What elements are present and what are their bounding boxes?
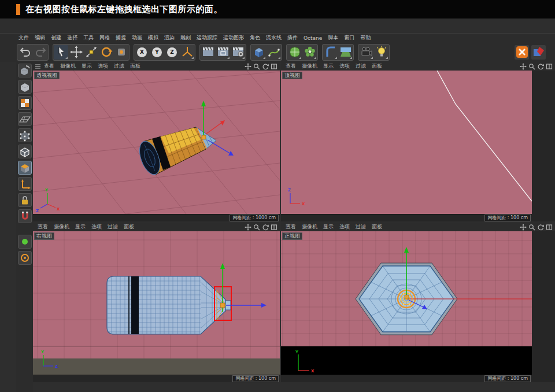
workplane-mode-button[interactable]: [18, 112, 32, 126]
perspective-canvas[interactable]: 透视视图: [33, 71, 280, 221]
menu-item-help[interactable]: 帮助: [357, 34, 373, 42]
undo-button[interactable]: [18, 45, 32, 60]
menu-item-mograph[interactable]: 运动图形: [220, 34, 247, 42]
pan-view-icon[interactable]: [520, 224, 527, 231]
edges-mode-button[interactable]: [18, 145, 32, 158]
menu-item-create[interactable]: 创建: [48, 34, 64, 42]
vp-menu-filter[interactable]: 过滤: [105, 223, 121, 231]
right-canvas[interactable]: 右视图: [33, 231, 280, 382]
front-canvas[interactable]: 正视图: [281, 231, 532, 382]
menu-item-render[interactable]: 渲染: [161, 34, 177, 42]
menu-item-sculpt[interactable]: 雕刻: [177, 34, 194, 42]
octane-button[interactable]: [515, 45, 529, 60]
rotate-view-icon[interactable]: [537, 224, 544, 231]
vp-menu-cameras[interactable]: 摄像机: [57, 62, 79, 70]
vp-menu-panel[interactable]: 面板: [369, 223, 385, 231]
add-subdivision-button[interactable]: [287, 45, 302, 60]
snap-button[interactable]: [18, 209, 32, 223]
vp-menu-filter[interactable]: 过滤: [111, 62, 127, 70]
rotate-tool-button[interactable]: [99, 45, 113, 60]
render-settings-button[interactable]: [231, 45, 245, 60]
top-scene[interactable]: Z X: [281, 71, 532, 214]
zoom-view-icon[interactable]: [528, 224, 535, 231]
menu-item-plugins[interactable]: 插件: [284, 34, 301, 42]
render-view-button[interactable]: [201, 45, 215, 60]
rotate-view-icon[interactable]: [537, 63, 544, 70]
add-light-button[interactable]: [374, 45, 388, 60]
menu-item-script[interactable]: 脚本: [325, 34, 341, 42]
vp-menu-panel[interactable]: 面板: [121, 223, 137, 231]
menu-item-octane[interactable]: Octane: [301, 35, 325, 41]
zoom-view-icon[interactable]: [253, 63, 260, 70]
pan-view-icon[interactable]: [520, 63, 527, 70]
vp-menu-panel[interactable]: 面板: [369, 62, 385, 70]
make-editable-button[interactable]: [18, 64, 32, 77]
render-region-button[interactable]: [216, 45, 230, 60]
lock-z-button[interactable]: Z: [165, 45, 179, 60]
vp-menu-view[interactable]: 查看: [35, 223, 51, 231]
menu-item-simulate[interactable]: 模拟: [145, 34, 161, 42]
menu-item-tools[interactable]: 工具: [80, 34, 97, 42]
menu-item-snap[interactable]: 捕捉: [113, 34, 129, 42]
perspective-scene[interactable]: Y X Z: [33, 71, 280, 214]
vp-menu-display[interactable]: 显示: [72, 223, 88, 231]
rotate-view-icon[interactable]: [262, 63, 269, 70]
add-deformer-button[interactable]: [323, 45, 338, 60]
vp-menu-view[interactable]: 查看: [283, 223, 299, 231]
live-selection-button[interactable]: [54, 45, 68, 60]
solo-settings-button[interactable]: [18, 251, 32, 265]
right-scene[interactable]: Y Z: [33, 231, 280, 375]
viewport-solo-button[interactable]: [18, 235, 32, 249]
vp-menu-display[interactable]: 显示: [79, 62, 95, 70]
last-tool-button[interactable]: [114, 45, 128, 60]
menu-item-select[interactable]: 选择: [64, 34, 80, 42]
vp-menu-panel[interactable]: 面板: [127, 62, 143, 70]
menu-item-edit[interactable]: 编辑: [32, 34, 48, 42]
front-scene[interactable]: Y X: [281, 231, 532, 375]
vp-menu-options[interactable]: 选项: [336, 223, 353, 231]
menu-item-animate[interactable]: 动画: [129, 34, 145, 42]
lock-x-button[interactable]: X: [135, 45, 149, 60]
vp-menu-filter[interactable]: 过滤: [353, 223, 369, 231]
pan-view-icon[interactable]: [245, 63, 251, 70]
zoom-view-icon[interactable]: [528, 63, 535, 70]
vp-menu-cameras[interactable]: 摄像机: [299, 223, 320, 231]
model-mode-button[interactable]: [18, 80, 32, 94]
plugin-button[interactable]: [531, 45, 546, 60]
vp-menu-cameras[interactable]: 摄像机: [51, 223, 72, 231]
zoom-view-icon[interactable]: [253, 224, 260, 231]
vp-menu-display[interactable]: 显示: [320, 223, 336, 231]
toggle-view-icon[interactable]: [546, 63, 553, 70]
scale-tool-button[interactable]: [84, 45, 98, 60]
vp-menu-options[interactable]: 选项: [88, 223, 105, 231]
add-camera-button[interactable]: [359, 45, 373, 60]
add-mograph-button[interactable]: [302, 45, 317, 60]
vp-menu-filter[interactable]: 过滤: [353, 62, 369, 70]
toggle-view-icon[interactable]: [271, 63, 278, 70]
rotate-view-icon[interactable]: [262, 224, 269, 231]
vp-menu-options[interactable]: 选项: [336, 62, 353, 70]
vp-menu-cameras[interactable]: 摄像机: [299, 62, 320, 70]
coordinate-system-button[interactable]: [180, 45, 194, 60]
add-floor-button[interactable]: [338, 45, 353, 60]
pan-view-icon[interactable]: [245, 224, 251, 231]
menu-item-motion-tracker[interactable]: 运动跟踪: [194, 34, 220, 42]
add-cube-button[interactable]: [251, 45, 266, 60]
top-canvas[interactable]: 顶视图 Z X 网格间距 : 100 cm: [281, 71, 532, 221]
menu-item-pipeline[interactable]: 流水线: [263, 34, 284, 42]
add-spline-button[interactable]: [267, 45, 281, 60]
vp-menu-display[interactable]: 显示: [320, 62, 336, 70]
points-mode-button[interactable]: [18, 128, 32, 142]
menu-item-mesh[interactable]: 网格: [97, 34, 113, 42]
polygons-mode-button[interactable]: [18, 161, 32, 175]
menu-item-window[interactable]: 窗口: [341, 34, 357, 42]
lock-y-button[interactable]: Y: [150, 45, 164, 60]
vp-menu-options[interactable]: 选项: [95, 62, 111, 70]
lock-axis-button[interactable]: [18, 193, 32, 207]
axis-mode-button[interactable]: [18, 177, 32, 191]
vp-menu-view[interactable]: 查看: [283, 62, 299, 70]
menu-item-file[interactable]: 文件: [16, 34, 32, 42]
toggle-view-icon[interactable]: [271, 224, 278, 231]
redo-button[interactable]: [33, 45, 47, 60]
texture-mode-button[interactable]: [18, 96, 32, 110]
